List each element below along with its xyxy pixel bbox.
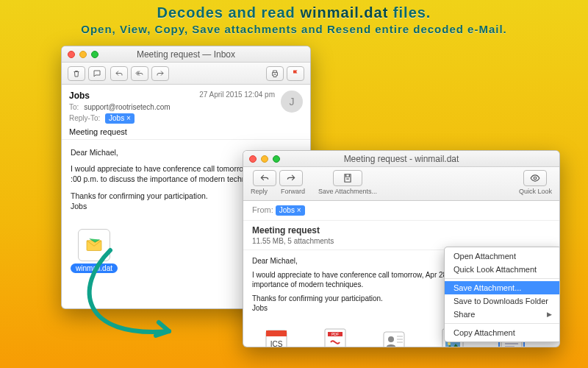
from-badge[interactable]: Jobs × — [276, 205, 305, 216]
viewer-subject: Meeting request — [243, 221, 559, 237]
banner-text-c: files. — [388, 4, 431, 21]
menu-save-attachment[interactable]: Save Attachment... — [445, 281, 560, 294]
menu-label: Copy Attachment — [453, 328, 515, 337]
banner-line-1: Decodes and read winmail.dat files. — [0, 4, 588, 21]
save-attachments-group: Save Attachments... — [318, 170, 377, 195]
menu-separator — [445, 323, 560, 324]
menu-open-attachment[interactable]: Open Attachment — [445, 250, 560, 263]
winmail-attachment[interactable]: winmail.dat — [71, 229, 118, 273]
winmail-file-icon — [78, 229, 110, 261]
avatar-initial: J — [290, 96, 295, 107]
message-date: 27 April 2015 12:04 pm — [199, 91, 275, 99]
forward-button[interactable] — [151, 66, 169, 81]
menu-label: Save to Downloads Folder — [453, 297, 548, 305]
viewer-title: Meeting request - winmail.dat — [243, 154, 559, 164]
printer-icon — [270, 69, 279, 78]
delete-button[interactable] — [68, 66, 85, 81]
viewer-paragraph-2: Thanks for confirming your participation… — [252, 294, 383, 302]
body-signature: Jobs — [71, 202, 87, 210]
to-value: support@rootrisetech.com — [84, 103, 170, 111]
junk-button[interactable] — [88, 66, 106, 81]
inbox-titlebar[interactable]: Meeting request — Inbox — [62, 46, 310, 63]
avatar: J — [281, 91, 303, 113]
banner-text-a: Decodes and read — [157, 4, 301, 21]
forward-icon — [286, 173, 296, 183]
reply-all-button[interactable] — [131, 66, 148, 81]
reply-forward-group: Reply Forward — [251, 170, 305, 195]
viewer-toolbar: Reply Forward Save Attachments... Quick … — [243, 167, 559, 201]
attachment-ics[interactable]: ICS iCal-20140...183000.ics — [252, 328, 301, 347]
menu-label: Open Attachment — [453, 252, 516, 261]
save-attachments-label: Save Attachments... — [318, 188, 377, 195]
banner-line-2: Open, View, Copy, Save attachments and R… — [0, 23, 588, 35]
junk-icon — [93, 69, 101, 78]
viewer-window: Meeting request - winmail.dat Reply Forw… — [243, 150, 560, 347]
flag-icon — [291, 69, 300, 78]
svg-rect-3 — [266, 330, 287, 336]
reply-button[interactable] — [253, 170, 276, 186]
attachment-context-menu: Open Attachment Quick Look Attachment Sa… — [444, 247, 560, 342]
svg-point-1 — [534, 177, 537, 180]
body-paragraph-2: Thanks for confirming your participation… — [71, 191, 208, 200]
save-icon — [343, 173, 353, 183]
marketing-banner: Decodes and read winmail.dat files. Open… — [0, 0, 588, 35]
reply-to-row: Reply-To: Jobs × — [69, 113, 303, 124]
save-attachments-button[interactable] — [333, 170, 362, 186]
quicklook-group: Quick Look — [519, 170, 552, 195]
print-button[interactable] — [266, 66, 284, 81]
envelope-icon — [83, 234, 105, 256]
submenu-arrow-icon: ▶ — [547, 311, 552, 318]
menu-save-to-downloads[interactable]: Save to Downloads Folder — [445, 294, 560, 308]
to-row: To: support@rootrisetech.com — [69, 103, 303, 111]
trash-icon — [72, 69, 81, 78]
winmail-label: winmail.dat — [71, 263, 118, 273]
forward-label: Forward — [281, 188, 305, 195]
ics-icon: ICS — [265, 328, 288, 347]
menu-share[interactable]: Share▶ — [445, 308, 560, 321]
menu-label: Share — [453, 310, 475, 319]
flag-button[interactable] — [287, 66, 304, 81]
menu-quicklook-attachment[interactable]: Quick Look Attachment — [445, 263, 560, 276]
banner-text-highlight: winmail.dat — [300, 4, 388, 21]
menu-copy-attachment[interactable]: Copy Attachment — [445, 326, 560, 339]
reply-icon — [259, 173, 270, 183]
quicklook-button[interactable] — [523, 170, 547, 186]
quicklook-label: Quick Look — [519, 188, 552, 195]
svg-text:ICS: ICS — [270, 340, 283, 347]
attachment-vcf[interactable]: Mr. Jobs.vcf — [370, 328, 418, 347]
to-label: To: — [69, 103, 79, 111]
menu-label: Quick Look Attachment — [453, 265, 537, 274]
reply-all-icon — [135, 69, 144, 78]
reply-to-label: Reply-To: — [69, 114, 100, 122]
viewer-from-row: From: Jobs × — [243, 201, 559, 221]
inbox-title: Meeting request — Inbox — [62, 49, 310, 60]
svg-point-9 — [388, 336, 394, 342]
message-header: Jobs 27 April 2015 12:04 pm J To: suppor… — [62, 85, 310, 140]
forward-button[interactable] — [279, 170, 303, 186]
attachment-pdf[interactable]: PDF Information.pdf — [311, 328, 359, 347]
reply-label: Reply — [251, 188, 268, 195]
reply-to-badge[interactable]: Jobs × — [105, 113, 135, 124]
menu-label: Save Attachment... — [453, 283, 521, 292]
vcf-icon — [382, 328, 406, 347]
reply-button[interactable] — [110, 66, 128, 81]
reply-icon — [115, 69, 123, 78]
menu-separator — [445, 278, 560, 279]
svg-text:PDF: PDF — [331, 332, 339, 336]
pdf-icon: PDF — [323, 328, 347, 347]
svg-point-16 — [448, 342, 451, 345]
viewer-signature: Jobs — [252, 304, 268, 312]
eye-icon — [530, 173, 540, 183]
viewer-titlebar[interactable]: Meeting request - winmail.dat — [243, 151, 559, 167]
forward-icon — [156, 69, 165, 78]
inbox-toolbar — [62, 63, 310, 85]
subject: Meeting request — [69, 127, 303, 136]
from-label: From: — [252, 205, 273, 214]
